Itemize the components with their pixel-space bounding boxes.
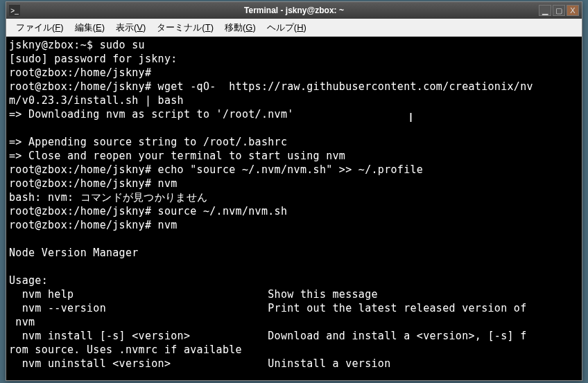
menu-file-label: ファイル [16,22,52,33]
terminal-window: >_ Terminal - jskny@zbox: ~ ▁ ▢ X ファイル(F… [6,1,582,381]
minimize-button[interactable]: ▁ [539,5,551,16]
close-button[interactable]: X [567,5,579,16]
menu-terminal[interactable]: ターミナル(T) [151,19,219,36]
menu-help[interactable]: ヘルプ(H) [261,19,312,36]
titlebar[interactable]: >_ Terminal - jskny@zbox: ~ ▁ ▢ X [6,2,582,19]
menu-edit[interactable]: 編集(E) [69,19,110,36]
menu-file-accel: F [55,22,60,33]
terminal-output[interactable]: jskny@zbox:~$ sudo su [sudo] password fo… [6,37,582,380]
menu-file[interactable]: ファイル(F) [10,19,69,36]
maximize-button[interactable]: ▢ [553,5,565,16]
menu-help-label: ヘルプ [267,22,294,33]
menu-edit-accel: E [96,22,102,33]
menu-view-label: 表示 [116,22,134,33]
menubar: ファイル(F) 編集(E) 表示(V) ターミナル(T) 移動(G) ヘルプ(H… [6,19,582,37]
menu-help-accel: H [297,22,303,33]
menu-view[interactable]: 表示(V) [110,19,151,36]
menu-view-accel: V [137,22,143,33]
menu-go-accel: G [245,22,252,33]
menu-terminal-accel: T [205,22,211,33]
menu-edit-label: 編集 [75,22,93,33]
menu-terminal-label: ターミナル [157,22,202,33]
menu-go[interactable]: 移動(G) [219,19,261,36]
menu-go-label: 移動 [225,22,243,33]
window-title: Terminal - jskny@zbox: ~ [6,6,582,15]
app-icon: >_ [9,5,20,16]
